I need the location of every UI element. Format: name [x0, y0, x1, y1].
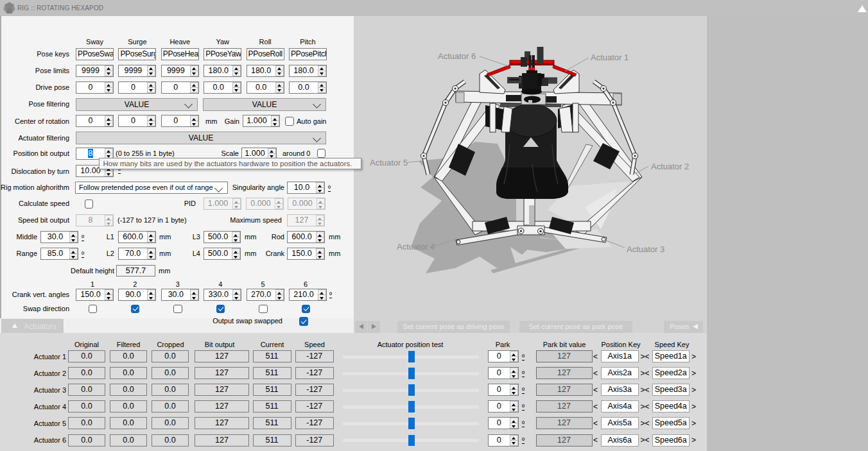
svg-text:Actuator 4: Actuator 4 [397, 242, 435, 251]
svg-text:Actuator 6: Actuator 6 [438, 51, 476, 61]
svg-text:Actuator 2: Actuator 2 [651, 162, 689, 171]
svg-text:Actuator 1: Actuator 1 [591, 53, 629, 62]
svg-text:Actuator 3: Actuator 3 [627, 244, 664, 254]
svg-text:Actuator 5: Actuator 5 [370, 158, 408, 167]
